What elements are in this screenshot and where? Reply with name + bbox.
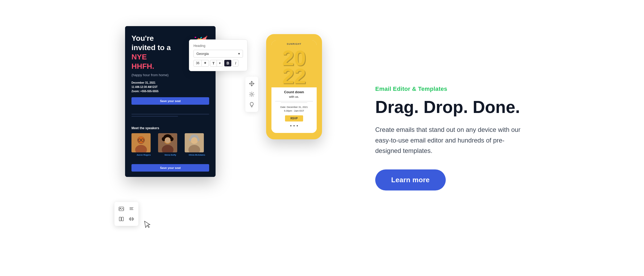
speaker-card-siena: Siena Duffy xyxy=(158,133,183,156)
toolbar-overlay xyxy=(114,202,138,226)
svg-point-22 xyxy=(191,137,197,144)
email-nye-text: NYE xyxy=(131,53,147,61)
mobile-dividers xyxy=(275,101,313,103)
speaker-avatar-siena xyxy=(158,133,177,152)
layout-icon xyxy=(117,215,126,223)
speaker-name-olivia: Olivia McAdams xyxy=(185,154,209,156)
speaker-name-siena: Siena Duffy xyxy=(158,154,183,156)
svg-point-15 xyxy=(165,137,171,143)
text-icon xyxy=(127,205,136,213)
move-icon xyxy=(127,215,136,223)
avatar-olivia-svg xyxy=(185,133,204,152)
mobile-inner: SUNRIGHT 20 22 Count down with us. xyxy=(271,40,317,133)
settings-icon xyxy=(248,91,255,98)
mobile-content: Count down with us. Date: December 31, 2… xyxy=(271,87,317,130)
side-icons-panel xyxy=(245,77,258,112)
email-hhfh-text: HHFH. xyxy=(131,62,154,70)
feature-label: Email Editor & Templates xyxy=(375,86,546,92)
speaker-card-aaron: Aaron Rogers xyxy=(131,133,156,156)
font-dropdown[interactable]: Georgia ▾ xyxy=(193,50,243,58)
email-divider-section xyxy=(125,110,216,123)
speaker-avatar-olivia xyxy=(185,133,204,152)
mobile-social-icons: ● ● ● xyxy=(275,124,313,127)
italic-control[interactable]: I xyxy=(233,60,238,67)
speaker-card-olivia: Olivia McAdams xyxy=(185,133,209,156)
svg-point-3 xyxy=(138,137,144,143)
divider-line-1 xyxy=(131,114,209,115)
visual-section: You're invited to a NYE HHFH. 🥳 (happy h… xyxy=(98,18,338,258)
countdown-title: Count down xyxy=(275,90,313,94)
main-heading: Drag. Drop. Done. xyxy=(375,98,546,116)
cursor-icon xyxy=(143,219,154,232)
speaker-avatar-aaron xyxy=(131,133,151,152)
speakers-grid: Aaron Rogers xyxy=(131,133,209,156)
svg-rect-30 xyxy=(129,218,134,220)
mobile-event-details: Date: December 31, 2021 5:30pm - 2am EST xyxy=(275,105,313,113)
move-arrows-icon xyxy=(248,80,255,87)
facebook-icon: ● xyxy=(290,124,292,127)
twitter-icon: ● xyxy=(293,124,295,127)
divider-lines xyxy=(131,114,209,117)
save-seat-button-bottom[interactable]: Save your seat xyxy=(131,164,209,172)
email-header-sub: (happy hour from home) xyxy=(131,73,209,77)
text-editor-controls: 36 T ▾ B I xyxy=(193,60,243,67)
email-event-details: December 31, 2021 11 AM-12:30 AM EST Zoo… xyxy=(131,81,209,94)
text-format-control: T ▾ xyxy=(210,60,223,67)
description: Create emails that stand out on any devi… xyxy=(375,124,530,156)
email-speakers-section: Meet the speakers xyxy=(125,123,216,162)
avatar-aaron-svg xyxy=(131,133,151,152)
divider-line-2 xyxy=(131,116,178,117)
page-container: You're invited to a NYE HHFH. 🥳 (happy h… xyxy=(0,0,644,276)
svg-rect-8 xyxy=(143,139,144,140)
speaker-name-aaron: Aaron Rogers xyxy=(131,154,156,156)
mobile-logo-bar: SUNRIGHT xyxy=(271,40,317,46)
avatar-siena-svg xyxy=(158,133,177,152)
learn-more-button[interactable]: Learn more xyxy=(375,169,446,190)
mobile-mockup: SUNRIGHT 20 22 Count down with us. xyxy=(266,34,322,139)
svg-point-33 xyxy=(251,94,253,95)
text-section: Email Editor & Templates Drag. Drop. Don… xyxy=(359,86,546,190)
svg-rect-7 xyxy=(138,139,138,140)
text-editor-popup: Heading Georgia ▾ 36 T ▾ xyxy=(189,39,247,71)
speakers-title: Meet the speakers xyxy=(131,126,209,130)
rsvp-button[interactable]: RSVP xyxy=(285,115,303,121)
instagram-icon: ● xyxy=(296,124,298,127)
bold-control[interactable]: B xyxy=(224,60,232,67)
text-editor-label: Heading xyxy=(193,44,243,48)
countdown-sub: with us. xyxy=(275,95,313,98)
email-footer: Save your seat xyxy=(125,162,216,177)
image-icon xyxy=(117,205,126,213)
mobile-year-display: 20 22 xyxy=(271,46,317,87)
size-control: 36 xyxy=(193,60,209,67)
svg-rect-28 xyxy=(119,217,121,221)
svg-rect-29 xyxy=(122,217,123,221)
save-seat-button-top[interactable]: Save your seat xyxy=(131,97,209,105)
lightbulb-icon xyxy=(248,101,255,109)
